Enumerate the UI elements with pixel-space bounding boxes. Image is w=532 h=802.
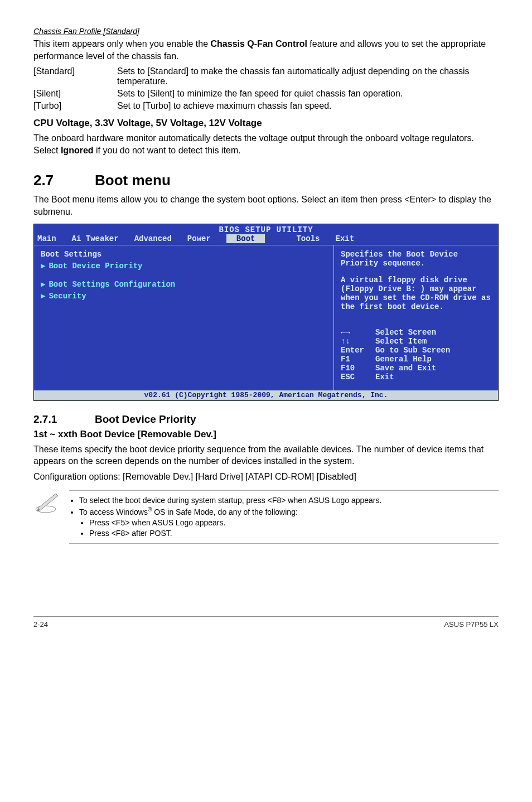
note-b2-b: OS in Safe Mode, do any of the following… <box>152 508 298 516</box>
option-val: Set to [Turbo] to achieve maximum chassi… <box>117 100 499 112</box>
intro-text-a: This item appears only when you enable t… <box>33 39 211 49</box>
bios-left-header: Boot Settings <box>41 250 327 259</box>
bios-title: BIOS SETUP UTILITY <box>34 224 498 234</box>
triangle-icon: ▶ <box>41 280 45 289</box>
bios-item-boot-settings-config: ▶Boot Settings Configuration <box>41 279 327 289</box>
cpu-voltage-heading: CPU Voltage, 3.3V Voltage, 5V Voltage, 1… <box>33 118 499 129</box>
boot-priority-body: These items specify the boot device prio… <box>33 443 499 467</box>
option-key: [Turbo] <box>33 100 117 112</box>
table-row: [Standard] Sets to [Standard] to make th… <box>33 65 499 88</box>
subsection-number: 2.7.1 <box>33 413 95 426</box>
bios-menu-ai-tweaker: Ai Tweaker <box>72 234 119 243</box>
bios-menu-boot-active: Boot <box>226 234 265 243</box>
bios-key: Enter <box>341 346 375 355</box>
option-key: [Standard] <box>33 65 117 88</box>
option-val: Sets to [Standard] to make the chassis f… <box>117 65 499 88</box>
subsection-title: Boot Device Priority <box>95 413 196 425</box>
boot-menu-heading: 2.7Boot menu <box>33 172 499 189</box>
cpu-voltage-bold: Ignored <box>61 146 94 155</box>
bios-menu-exit: Exit <box>335 234 354 243</box>
bios-key-desc: Exit <box>375 373 394 381</box>
bios-key: F1 <box>341 355 375 364</box>
bios-key: ESC <box>341 373 375 381</box>
section-title: Boot menu <box>95 172 171 189</box>
footer-line: 2-24 ASUS P7P55 LX <box>33 616 499 629</box>
bios-key-row: ←→Select Screen <box>341 328 491 337</box>
cpu-voltage-body: The onboard hardware monitor automatical… <box>33 132 499 156</box>
pencil-icon <box>33 490 61 514</box>
table-row: [Turbo] Set to [Turbo] to achieve maximu… <box>33 100 499 112</box>
bios-help-top: Specifies the Boot Device Priority seque… <box>341 250 491 268</box>
first-boot-device-heading: 1st ~ xxth Boot Device [Removable Dev.] <box>33 429 499 440</box>
bios-left-item-label: Boot Settings Configuration <box>49 280 175 289</box>
boot-priority-config: Configuration options: [Removable Dev.] … <box>33 471 499 483</box>
bios-key-desc: Go to Sub Screen <box>375 346 450 355</box>
footer-page-number: 2-24 <box>33 620 48 629</box>
bios-key-desc: Select Screen <box>375 328 436 337</box>
intro-text-bold: Chassis Q-Fan Control <box>211 39 307 49</box>
bios-menu-tools: Tools <box>296 234 320 243</box>
bios-right-pane: Specifies the Boot Device Priority seque… <box>334 245 498 390</box>
bios-key-help: ←→Select Screen ↑↓Select Item EnterGo to… <box>341 328 491 381</box>
bios-key-row: F1General Help <box>341 355 491 364</box>
note-block: To select the boot device during system … <box>33 490 499 543</box>
bios-item-security: ▶Security <box>41 291 327 301</box>
chassis-fan-intro: This item appears only when you enable t… <box>33 38 499 62</box>
bios-key: F10 <box>341 364 375 373</box>
bios-key-row: EnterGo to Sub Screen <box>341 346 491 355</box>
note-sub-2: Press <F8> after POST. <box>89 528 499 539</box>
table-row: [Silent] Sets to [Silent] to minimize th… <box>33 88 499 100</box>
section-number: 2.7 <box>33 172 95 189</box>
note-bullet-2: To access Windows® OS in Safe Mode, do a… <box>79 506 499 538</box>
note-bullet-1: To select the boot device during system … <box>79 495 499 506</box>
fan-option-table: [Standard] Sets to [Standard] to make th… <box>33 65 499 112</box>
bios-key: ←→ <box>341 328 375 337</box>
bios-body: Boot Settings ▶Boot Device Priority ▶Boo… <box>34 245 498 390</box>
bios-left-pane: Boot Settings ▶Boot Device Priority ▶Boo… <box>34 245 334 390</box>
bios-key-desc: General Help <box>375 355 432 364</box>
chassis-fan-profile-heading: Chassis Fan Profile [Standard] <box>33 27 499 36</box>
triangle-icon: ▶ <box>41 262 45 270</box>
boot-menu-intro: The Boot menu items allow you to change … <box>33 194 499 218</box>
bios-menu-advanced: Advanced <box>134 234 172 243</box>
cpu-voltage-body-b: if you do not want to detect this item. <box>94 146 241 155</box>
boot-priority-heading: 2.7.1Boot Device Priority <box>33 413 499 426</box>
bios-key-row: F10Save and Exit <box>341 364 491 373</box>
bios-menu-power: Power <box>187 234 211 243</box>
page-footer: 2-24 ASUS P7P55 LX <box>33 616 499 629</box>
page-root: Chassis Fan Profile [Standard] This item… <box>0 0 532 645</box>
footer-product: ASUS P7P55 LX <box>444 620 499 629</box>
bios-menubar: Main Ai Tweaker Advanced Power Boot Tool… <box>34 234 498 245</box>
option-key: [Silent] <box>33 88 117 100</box>
bios-item-boot-device-priority: ▶Boot Device Priority <box>41 261 327 270</box>
bios-key-desc: Save and Exit <box>375 364 436 373</box>
bios-left-item-label: Security <box>49 292 86 301</box>
bios-footer: v02.61 (C)Copyright 1985-2009, American … <box>34 390 498 400</box>
bios-menu-main: Main <box>37 234 56 243</box>
bios-screenshot: BIOS SETUP UTILITY Main Ai Tweaker Advan… <box>33 224 499 401</box>
bios-key-desc: Select Item <box>375 337 427 346</box>
note-sub-1: Press <F5> when ASUS Logo appears. <box>89 518 499 528</box>
bios-key: ↑↓ <box>341 337 375 346</box>
note-content: To select the boot device during system … <box>69 490 499 543</box>
chassis-fan-profile-section: Chassis Fan Profile [Standard] This item… <box>33 27 499 112</box>
note-b2-a: To access Windows <box>79 508 148 516</box>
bios-key-row: ↑↓Select Item <box>341 337 491 346</box>
bios-left-item-label: Boot Device Priority <box>49 262 142 270</box>
option-val: Sets to [Silent] to minimize the fan spe… <box>117 88 499 100</box>
bios-help-mid: A virtual floppy disk drive (Floppy Driv… <box>341 276 491 311</box>
bios-key-row: ESCExit <box>341 373 491 381</box>
triangle-icon: ▶ <box>41 292 45 301</box>
